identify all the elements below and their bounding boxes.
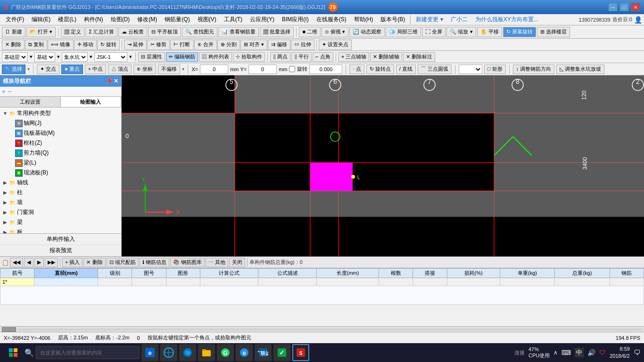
find-element-button[interactable]: 🔍 查找图元 [182,27,217,37]
cell-loss[interactable] [447,278,500,286]
cell-diameter[interactable] [34,278,98,286]
y-input[interactable] [248,65,277,74]
canvas-area[interactable]: 5 6 7 8 2 0 120 3400 L [122,75,644,256]
menu-component[interactable]: 构件(N) [80,15,107,25]
cell-overlap[interactable] [413,278,447,286]
tree-item-castslab[interactable]: ▦ 现浇板(B) [1,168,120,178]
ime-zh-icon[interactable]: 中 [575,348,584,357]
zoom-button[interactable]: 🔍 缩放 ▾ [446,27,476,37]
tree-item-axis[interactable]: ⊞ 轴网(J) [1,118,120,128]
close-button[interactable]: ✕ [631,3,640,11]
code-select[interactable]: JSK-1 [94,52,127,62]
bp-scale-button[interactable]: ⊡ 缩尺配筋 [107,258,139,267]
single-input-button[interactable]: 单构件输入 [0,234,121,245]
bp-nav-next[interactable]: ▶ [34,258,44,267]
new-button[interactable]: 🗋 新建 [2,27,25,37]
bp-insert-button[interactable]: + 插入 [62,258,83,267]
cloud-check-button[interactable]: ☁ 云检查 [118,27,147,37]
nav-pin-icon[interactable]: 📌 [106,78,113,84]
cell-formula[interactable] [200,278,258,286]
fullscreen-button[interactable]: ⛶ 全屏 [422,27,446,37]
adjust-slope-button[interactable]: ◺ 调整集水坑放坡 [556,65,604,74]
extend-button[interactable]: ⇥ 延伸 [124,40,147,50]
level-top-button[interactable]: ⊟ 平齐板顶 [148,27,181,37]
copy-button[interactable]: ⧉ 复制 [25,40,47,50]
component-type-select[interactable]: 基础 [34,52,55,62]
bp-nav-last[interactable]: ▶▶ [45,258,58,267]
menu-guang[interactable]: 广小二 [447,15,471,25]
parallel-button[interactable]: ∥ 平行 [291,52,312,62]
snap-midpoint-button[interactable]: ● 重点 [61,65,83,74]
cell-grade[interactable] [98,278,132,286]
dynamic-obs-button[interactable]: 🔄 动态观察 [349,27,385,37]
tree-item-door[interactable]: ▶ 📁 门窗洞 [1,207,120,217]
tab-draw-input[interactable]: 绘图输入 [61,97,122,107]
cell-count[interactable] [379,278,413,286]
add-floor-icon[interactable]: + [2,88,6,95]
shape-select[interactable] [459,65,482,74]
menu-help[interactable]: 帮助(H) [350,15,377,25]
batch-select-button[interactable]: ▦ 批量选择 [260,27,294,37]
edit-rebar-button[interactable]: ✏ 编辑钢筋 [166,52,198,62]
tree-item-axisline[interactable]: ▶ 📁 轴线 [1,178,120,188]
pick-component-button[interactable]: ⊹ 拾取构件 [233,52,265,62]
three-point-aux-button[interactable]: ⌖ 三点辅轴 [339,52,369,62]
tree-item-beam[interactable]: ▬ 梁(L) [1,158,120,168]
nav-close-icon[interactable]: ✕ [114,78,118,84]
snap-coord-button[interactable]: ⊕ 坐标 [133,65,156,74]
rotate-point-button[interactable]: ↻ 旋转点 [366,65,394,74]
layer-prop-button[interactable]: ⊟ 层属性 [138,52,165,62]
tree-item-shearwall[interactable]: T 剪力墙(Q) [1,148,120,158]
2d-button[interactable]: ■ 二维 [299,27,321,37]
pan-button[interactable]: ✋ 平移 [477,27,502,37]
table-row[interactable]: 1* [0,278,644,286]
cell-shape[interactable] [166,278,200,286]
menu-file[interactable]: 文件(F) [2,15,28,25]
del-label-button[interactable]: ✕ 删除标注 [403,52,435,62]
pit-select[interactable]: 集水坑 [62,52,88,62]
bp-close-button[interactable]: 关闭 [229,258,245,267]
align-button[interactable]: ⊞ 对齐 ▾ [240,40,267,50]
stretch-button[interactable]: ⇔ 拉伸 [291,40,314,50]
up-arrow-icon[interactable]: ∧ [553,349,558,356]
mirror-button[interactable]: ⟺ 镜像 [48,40,74,50]
taskbar-app-5[interactable]: G [217,344,234,361]
cell-desc[interactable] [258,278,317,286]
split-button[interactable]: ⊗ 分割 [217,40,240,50]
maximize-button[interactable]: □ [619,3,629,11]
system-clock[interactable]: 8:59 2018/6/2 [610,346,630,360]
view-rebar-qty-button[interactable]: 📊 查看钢筋量 [218,27,259,37]
move-button[interactable]: ✛ 移动 [74,40,97,50]
point-draw-button[interactable]: · 点 [349,65,364,74]
rotate-checkbox[interactable] [289,66,295,72]
menu-cloud[interactable]: 云应用(Y) [246,15,278,25]
rotate-input[interactable] [309,65,342,74]
tree-item-col[interactable]: ▶ 📁 柱 [1,188,120,197]
keyboard-icon[interactable]: ⌨ [561,349,571,356]
cell-length[interactable] [317,278,379,286]
rotate-button[interactable]: ↻ 旋转 [97,40,120,50]
break-button[interactable]: ⊢ 打断 [170,40,193,50]
snap-center-button[interactable]: + 中点 [85,65,106,74]
select-floor-button[interactable]: ⊞ 选择楼层 [537,27,570,37]
define-button[interactable]: ▦ 定义 [61,27,84,37]
cell-figno[interactable] [132,278,166,286]
taskbar-app-9[interactable]: S [292,344,309,361]
menu-why[interactable]: 为什么筏板XY方向布置... [471,15,542,25]
x-input[interactable] [200,65,228,74]
menu-version[interactable]: 版本号(B) [377,15,409,25]
component-list-button[interactable]: ▤ 构件列表 [199,52,232,62]
menu-bim[interactable]: BIM应用(I) [278,15,313,25]
menu-new-change[interactable]: 新建变更 ▾ [412,15,446,25]
menu-service[interactable]: 在线服务(S) [313,15,350,25]
sum-calc-button[interactable]: Σ 汇总计算 [85,27,117,37]
tree-item-slab[interactable]: ▶ 📁 板 [1,227,120,233]
cell-rebar[interactable] [610,278,644,286]
bp-library-button[interactable]: 📚 钢筋图库 [170,258,205,267]
floor-select[interactable]: 基础层 [2,52,28,62]
taskbar-app-3[interactable] [179,344,196,361]
corner-button[interactable]: ⌐ 点角 [313,52,333,62]
menu-edit[interactable]: 编辑(E) [28,15,54,25]
cell-unitw[interactable] [500,278,554,286]
set-grip-button[interactable]: ✦ 设置夹点 [319,40,352,50]
